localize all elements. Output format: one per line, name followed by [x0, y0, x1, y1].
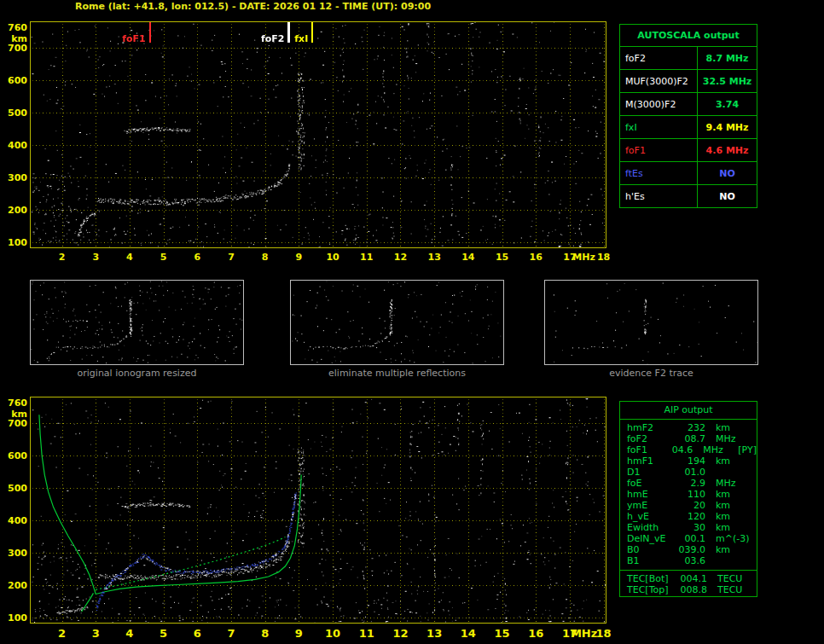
- param-label: foF1: [620, 444, 668, 455]
- table-row: TEC[Top]008.8TECU: [620, 584, 757, 595]
- x-tick-label: 5: [160, 252, 167, 263]
- param-label: hmE: [620, 489, 676, 500]
- param-extra: [752, 489, 757, 500]
- table-row: h'Es NO: [620, 185, 757, 207]
- thumbnail-no-multiples-canvas: [291, 281, 503, 364]
- param-unit: km: [705, 455, 752, 467]
- x-tick-label: 11: [360, 252, 373, 263]
- page-title: Rome (lat: +41.8, lon: 012.5) - DATE: 20…: [75, 1, 431, 12]
- y-tick-label: 400: [8, 514, 27, 525]
- param-label: TEC[Bot]: [620, 573, 676, 584]
- param-value: 194: [676, 455, 705, 467]
- x-tick-label: 16: [530, 252, 543, 263]
- table-row: foF2 8.7 MHz: [620, 47, 757, 70]
- x-tick-label: 5: [160, 627, 167, 640]
- param-unit: TECU: [707, 573, 755, 584]
- x-tick-label: 4: [125, 627, 133, 640]
- x-tick-label: 9: [295, 627, 303, 640]
- param-value: NO: [698, 162, 757, 184]
- param-extra: [752, 422, 757, 433]
- thumbnail-no-multiples: [290, 280, 504, 365]
- table-row: B103.6: [620, 555, 757, 566]
- y-tick-label: 500: [8, 482, 27, 493]
- param-label: hmF2: [620, 422, 676, 433]
- param-extra: [752, 555, 757, 566]
- table-row: foF208.7MHz: [620, 433, 757, 444]
- thumbnail-caption: original ionogram resized: [30, 368, 244, 379]
- param-label: M(3000)F2: [620, 93, 698, 115]
- param-value: 04.6: [668, 444, 693, 455]
- x-tick-label: 12: [394, 252, 407, 263]
- x-tick-label: 6: [194, 252, 200, 263]
- thumbnail-original-canvas: [31, 281, 243, 364]
- param-unit: MHz: [693, 444, 734, 455]
- marker-line-foF2: [287, 22, 290, 43]
- param-extra: [752, 500, 757, 511]
- y-axis-unit-label: km: [11, 33, 27, 44]
- param-unit: [705, 467, 752, 478]
- param-extra: [752, 433, 757, 444]
- param-extra: [PY]: [734, 444, 757, 455]
- table-row: h_vE120km: [620, 511, 757, 522]
- thumbnail-caption: evidence F2 trace: [544, 368, 758, 379]
- y-tick-label: 600: [8, 450, 27, 461]
- param-unit: MHz: [705, 478, 752, 489]
- param-value: 2.9: [676, 478, 705, 489]
- y-tick-label: 300: [8, 171, 27, 183]
- y-tick-label: 100: [8, 612, 27, 623]
- tec-separator: [620, 570, 757, 571]
- param-label: Ewidth: [620, 522, 676, 533]
- param-value: 32.5 MHz: [698, 70, 757, 92]
- table-row: hmF1194km: [620, 455, 757, 467]
- table-row: foF104.6MHz[PY]: [620, 444, 757, 455]
- marker-line-fxI: [311, 22, 313, 43]
- table-row: D101.0: [620, 467, 757, 478]
- aip-table-rows: hmF2232km foF208.7MHz foF104.6MHz[PY] hm…: [620, 420, 757, 595]
- x-tick-label: 14: [461, 252, 474, 263]
- param-unit: km: [705, 511, 752, 522]
- param-value: 120: [676, 511, 705, 522]
- param-label: TEC[Top]: [620, 584, 676, 595]
- x-tick-label: 11: [359, 627, 374, 640]
- param-unit: m^(-3): [705, 533, 752, 544]
- y-axis-top-label: 760: [8, 22, 27, 33]
- param-label: D1: [620, 467, 676, 478]
- param-label: foF1: [620, 139, 698, 161]
- x-tick-label: 15: [494, 627, 509, 640]
- param-value: 20: [676, 500, 705, 511]
- autoscala-output-table: AUTOSCALA output foF2 8.7 MHz MUF(3000)F…: [619, 24, 757, 208]
- x-tick-label: 2: [58, 627, 66, 640]
- param-extra: [752, 522, 757, 533]
- bottom-ionogram-canvas: [31, 397, 606, 623]
- param-unit: km: [705, 422, 752, 433]
- x-tick-label: 4: [126, 252, 133, 263]
- table-row: foE2.9MHz: [620, 478, 757, 489]
- x-axis-unit-label: MHz: [571, 627, 597, 640]
- param-unit: km: [705, 500, 752, 511]
- param-value: 004.1: [676, 573, 707, 584]
- table-row: hmF2232km: [620, 422, 757, 433]
- x-tick-label: 14: [461, 627, 476, 640]
- param-value: 8.7 MHz: [698, 47, 757, 69]
- param-label: foE: [620, 478, 676, 489]
- param-value: 039.0: [676, 544, 705, 555]
- x-tick-label: 10: [326, 252, 339, 263]
- table-row: ymE20km: [620, 500, 757, 511]
- param-extra: [752, 533, 757, 544]
- x-tick-label: 13: [427, 627, 442, 640]
- x-axis-unit-label: MHz: [572, 252, 595, 263]
- thumbnail-original-ionogram: [30, 280, 244, 365]
- x-tick-label: 2: [59, 252, 66, 263]
- thumbnail-caption: eliminate multiple reflections: [290, 368, 504, 379]
- param-unit: TECU: [707, 584, 755, 595]
- param-label: foF2: [620, 433, 676, 444]
- param-extra: [752, 544, 757, 555]
- y-tick-label: 400: [8, 139, 27, 150]
- x-tick-label: 3: [92, 627, 100, 640]
- param-label: ymE: [620, 500, 676, 511]
- table-row: Ewidth30km: [620, 522, 757, 533]
- x-tick-label: 8: [262, 252, 269, 263]
- y-tick-label: 600: [8, 74, 27, 85]
- param-unit: km: [705, 522, 752, 533]
- table-row: M(3000)F2 3.74: [620, 93, 757, 116]
